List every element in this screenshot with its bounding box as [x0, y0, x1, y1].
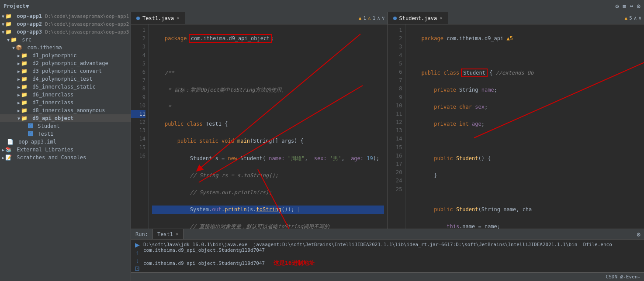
arrow-icon: ▶ — [17, 61, 20, 66]
sidebar-item-com-itheima[interactable]: ▼ 📦 com.itheima — [0, 44, 131, 51]
bottom-panel: Run: Test1 ✕ ⚙ ▶ ↑ ↓ ⊡ — [131, 229, 644, 281]
tab-test1[interactable]: Test1.java ✕ — [131, 12, 185, 24]
code-line-2 — [152, 51, 384, 60]
code-line-s12: this.name = name; — [409, 223, 641, 229]
warning-icon: ▲ — [625, 15, 628, 21]
run-controls: ▶ ↑ ↓ ⊡ D:\soft\Java\jdk-16.0.1\bin\java… — [135, 241, 641, 272]
line-num: 10 — [388, 102, 402, 110]
sidebar-item-d3[interactable]: ▶ 📁 d3_polymorphic_convert — [0, 67, 131, 75]
expand-icon[interactable]: ⬌ — [630, 3, 633, 10]
folder-icon: 📁 — [21, 60, 28, 66]
line-num: 24 — [388, 177, 402, 185]
folder-icon: 📁 — [21, 99, 28, 106]
arrow-icon: ▼ — [7, 38, 10, 42]
arrow-icon: ▶ — [17, 100, 20, 105]
code-line-s1: package com.itheima.d9_api ▲5 — [409, 34, 641, 43]
folder-icon: 📁 — [21, 52, 28, 58]
line-num: 8 — [388, 85, 402, 93]
list-icon[interactable]: ≡ — [623, 3, 626, 10]
code-line-s2 — [409, 51, 641, 60]
code-line-11: System.out.println(s.toString()); | — [152, 206, 384, 214]
sidebar-item-d2[interactable]: ▶ 📁 d2_polymorphic_advantage — [0, 59, 131, 67]
nav-down-icon[interactable]: ∨ — [382, 15, 385, 21]
sidebar-item-d6[interactable]: ▶ 📁 d6_innerclass — [0, 91, 131, 99]
item-label: d2_polymorphic_advantage — [29, 60, 108, 66]
sidebar-item-d8[interactable]: ▶ 📁 d8_innerclass_anonymous — [0, 106, 131, 114]
arrow-icon: ▶ — [17, 108, 20, 113]
item-label: d1_polymorphic — [29, 52, 76, 58]
editor-pane-1: Test1.java ✕ ▲ 1 △ 1 ∧ ∨ — [131, 12, 388, 229]
editor-content-2[interactable]: 1 2 3 4 5 6 7 8 9 10 11 12 13 — [388, 24, 644, 229]
code-1[interactable]: package com.itheima.d9_api_object; /** *… — [149, 24, 388, 229]
folder-icon: 📁 — [5, 13, 12, 19]
bottom-tab-test1[interactable]: Test1 ✕ — [153, 229, 184, 239]
run-button[interactable]: ▶ — [135, 241, 140, 248]
editors-split: Test1.java ✕ ▲ 1 △ 1 ∧ ∨ — [131, 12, 644, 229]
sidebar-item-oop-app2[interactable]: ▼ 📁 oop-app2 D:\code\javasepromax\oop-ap… — [0, 20, 131, 28]
gear-settings-icon[interactable]: ⚙ — [637, 231, 641, 238]
line-num: 4 — [131, 51, 145, 60]
stop-button[interactable]: ⊡ — [135, 265, 140, 272]
warning-bar-2: ▲ 5 ∧ ∨ — [622, 12, 644, 24]
close-icon[interactable]: ✕ — [176, 231, 179, 237]
sidebar-item-scratches[interactable]: ▶ 📝 Scratches and Consoles — [0, 154, 131, 161]
line-num: 2 — [131, 34, 145, 43]
run-label: Run: — [131, 229, 153, 239]
sidebar-item-student[interactable]: 🅲 Student — [0, 122, 131, 130]
sidebar-item-test1[interactable]: 🅲 Test1 — [0, 130, 131, 138]
sidebar-item-d7[interactable]: ▶ 📁 d7_innerclass — [0, 99, 131, 106]
scroll-down-button[interactable]: ↓ — [135, 257, 140, 264]
line-num: 13 — [131, 127, 145, 135]
warning-icon: ▲ — [359, 15, 362, 21]
lib-icon: 📚 — [5, 147, 12, 153]
item-label: d5_innerclass_static — [29, 84, 96, 90]
code-line-s7 — [409, 137, 641, 146]
settings-icon[interactable]: ⚙ — [615, 3, 619, 10]
line-num: 16 — [388, 152, 402, 160]
app-root: Project ▼ ⚙ ≡ ⬌ ⚙ ▼ 📁 oop-app1 D:\code\j… — [0, 0, 644, 281]
tab-student[interactable]: Student.java ✕ — [388, 12, 448, 24]
package-icon: 📦 — [16, 45, 22, 51]
code-line-6: public class Test1 { — [152, 120, 384, 129]
line-num: 11 — [131, 110, 145, 118]
warning-count: 1 — [363, 15, 366, 21]
arrow-icon: ▶ — [2, 147, 4, 152]
sidebar-item-d5[interactable]: ▶ 📁 d5_innerclass_static — [0, 83, 131, 91]
java-dot-icon — [393, 17, 397, 20]
line-num: 5 — [388, 60, 402, 68]
sidebar-item-d4[interactable]: ▶ 📁 d4_polymorphic_test — [0, 75, 131, 83]
sidebar-item-src[interactable]: ▼ 📁 src — [0, 36, 131, 44]
sidebar-item-iml[interactable]: 📄 oop-app3.iml — [0, 138, 131, 146]
line-num: 12 — [388, 118, 402, 127]
code-2[interactable]: package com.itheima.d9_api ▲5 public cla… — [405, 24, 644, 229]
arrow-icon: ▶ — [17, 85, 20, 89]
dropdown-arrow[interactable]: ▼ — [26, 3, 29, 10]
scroll-up-button[interactable]: ↑ — [135, 249, 140, 256]
nav-up-icon[interactable]: ∧ — [377, 15, 380, 21]
sidebar-item-oop-app3[interactable]: ▼ 📁 oop-app3 D:\code\javasepromax\oop-ap… — [0, 28, 131, 36]
tab-label: Student.java — [399, 15, 437, 21]
line-num: 6 — [131, 68, 145, 76]
sidebar-item-external-libs[interactable]: ▶ 📚 External Libraries — [0, 146, 131, 154]
bottom-content: ▶ ↑ ↓ ⊡ D:\soft\Java\jdk-16.0.1\bin\java… — [131, 240, 644, 272]
sidebar-item-d1[interactable]: ▶ 📁 d1_polymorphic — [0, 51, 131, 59]
code-line-s3: public class Student { //extends Ob — [409, 69, 641, 78]
run-buttons: ▶ ↑ ↓ ⊡ — [135, 241, 140, 272]
sidebar-item-oop-app1[interactable]: ▼ 📁 oop-app1 D:\code\javasepromax\oop-ap… — [0, 12, 131, 20]
nav-up-icon[interactable]: ∧ — [634, 15, 637, 21]
editor-content-1[interactable]: 1 2 3 4 5 6 7 8 9 10 11 12 13 — [131, 24, 388, 229]
line-num: 6 — [388, 68, 402, 76]
item-label: Test1 — [35, 131, 53, 137]
close-icon[interactable]: ✕ — [177, 15, 180, 21]
line-num: 10 — [131, 102, 145, 110]
bottom-tab-label: Test1 — [157, 231, 173, 237]
code-line-s8: public Student() { — [409, 154, 641, 163]
nav-down-icon[interactable]: ∨ — [638, 15, 641, 21]
close-icon[interactable]: ✕ — [440, 15, 443, 21]
sidebar-item-d9[interactable]: ▼ 📁 d9_api_object — [0, 114, 131, 122]
code-line-12: // 直接输出对象变量，默认可以省略toString调用不写的 — [152, 223, 384, 229]
editor-area: Test1.java ✕ ▲ 1 △ 1 ∧ ∨ — [131, 12, 644, 281]
code-line-s11: public Student(String name, cha — [409, 206, 641, 214]
code-line-9: // String rs = s.toString(); — [152, 171, 384, 180]
gear-icon[interactable]: ⚙ — [637, 3, 641, 10]
